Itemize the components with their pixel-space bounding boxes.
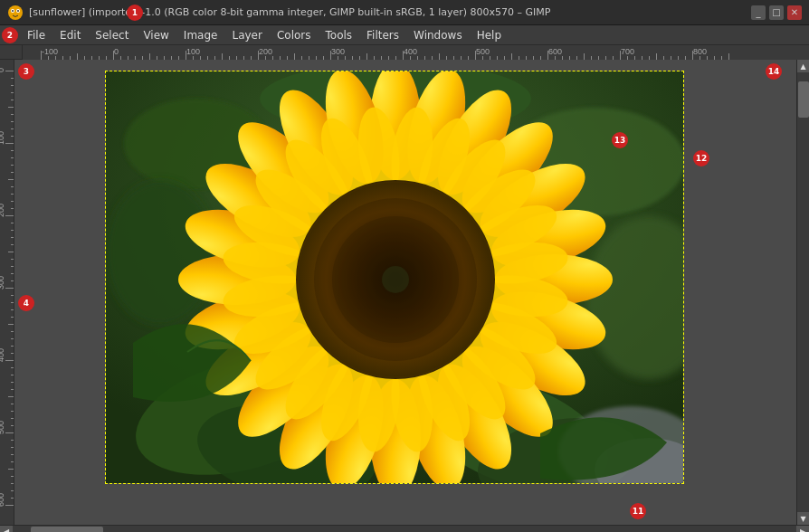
- menu-select[interactable]: Select: [88, 27, 136, 43]
- horizontal-scrollbar[interactable]: ◀ ▶: [0, 525, 809, 532]
- menu-help[interactable]: Help: [470, 27, 509, 43]
- annotation-14: 14: [766, 63, 782, 80]
- scroll-thumb-horizontal[interactable]: [31, 527, 103, 533]
- menu-colors[interactable]: Colors: [270, 27, 319, 43]
- app-icon: [7, 5, 24, 21]
- scroll-track-vertical[interactable]: [797, 72, 810, 512]
- window-title: [sunflower] (imported)-1.0 (RGB color 8-…: [29, 6, 751, 18]
- window-controls: _ □ ✕: [751, 5, 802, 20]
- scroll-up-button[interactable]: ▲: [797, 60, 810, 72]
- menubar: 2 File Edit Select View Image Layer Colo…: [0, 25, 809, 45]
- menu-tools[interactable]: Tools: [319, 27, 360, 43]
- canvas-area[interactable]: 3 4 11 12 13 14: [14, 60, 796, 525]
- svg-point-0: [8, 5, 23, 20]
- scroll-down-button[interactable]: ▼: [797, 512, 810, 525]
- svg-point-9: [106, 180, 214, 325]
- scroll-track-horizontal[interactable]: [13, 526, 796, 533]
- annotation-11: 11: [630, 503, 646, 519]
- annotation-4: 4: [18, 295, 34, 311]
- svg-point-4: [17, 10, 19, 12]
- annotation-3: 3: [18, 63, 34, 80]
- image-canvas: [105, 71, 684, 484]
- menu-file[interactable]: File: [20, 27, 52, 43]
- scroll-right-button[interactable]: ▶: [796, 526, 809, 533]
- close-button[interactable]: ✕: [787, 5, 802, 20]
- scroll-thumb-vertical[interactable]: [798, 81, 809, 118]
- horizontal-ruler: [23, 45, 809, 60]
- vertical-ruler: [0, 60, 14, 525]
- menu-image[interactable]: Image: [176, 27, 225, 43]
- annotation-2: 2: [2, 27, 18, 43]
- menu-windows[interactable]: Windows: [406, 27, 470, 43]
- maximize-button[interactable]: □: [769, 5, 784, 20]
- svg-point-3: [12, 10, 14, 12]
- menu-filters[interactable]: Filters: [359, 27, 406, 43]
- main-area: 3 4 11 12 13 14 ▲ ▼: [0, 60, 809, 525]
- vertical-scrollbar[interactable]: ▲ ▼: [796, 60, 809, 525]
- menu-edit[interactable]: Edit: [52, 27, 88, 43]
- sunflower-image: [106, 71, 684, 484]
- menu-layer[interactable]: Layer: [224, 27, 269, 43]
- ruler-corner: [0, 45, 23, 60]
- svg-point-70: [382, 266, 409, 293]
- annotation-12: 12: [693, 150, 709, 166]
- titlebar: [sunflower] (imported)-1.0 (RGB color 8-…: [0, 0, 809, 25]
- minimize-button[interactable]: _: [751, 5, 766, 20]
- menu-view[interactable]: View: [136, 27, 176, 43]
- scroll-left-button[interactable]: ◀: [0, 526, 13, 533]
- ruler-top-row: [0, 45, 809, 60]
